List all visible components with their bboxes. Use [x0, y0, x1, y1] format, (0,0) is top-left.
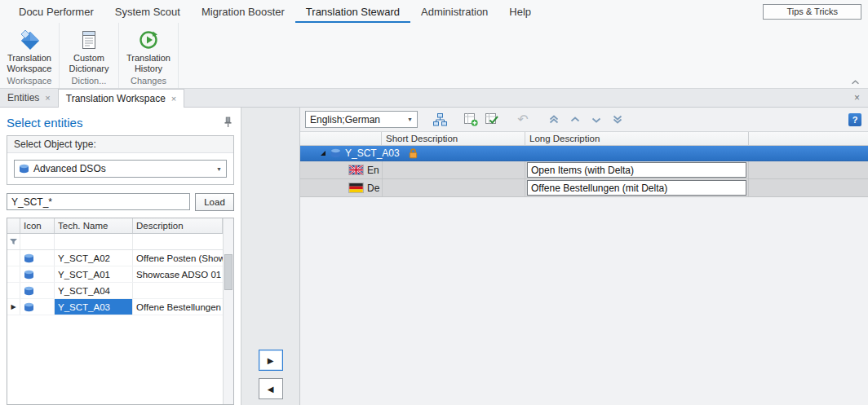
translation-workspace-button[interactable]: Translation Workspace — [0, 23, 59, 74]
close-icon[interactable]: × — [854, 92, 868, 107]
indicator-column-header — [7, 218, 20, 233]
table-row-selected[interactable]: ▶ Y_SCT_A03 Offene Bestellungen (... — [7, 299, 223, 315]
description-column-header[interactable]: Description — [133, 218, 223, 233]
entity-group-row[interactable]: Y_SCT_A03 — [300, 146, 868, 161]
lock-icon — [409, 148, 418, 159]
entity-icon-cell — [20, 250, 55, 266]
menubar: Docu Performer System Scout Migration Bo… — [0, 0, 868, 23]
vertical-scrollbar[interactable] — [223, 218, 233, 404]
row-indicator-cell — [7, 250, 20, 266]
chevron-down-icon: ▼ — [216, 166, 222, 172]
tips-and-tricks-button[interactable]: Tips & Tricks — [763, 4, 861, 20]
main-area: Select entities Select Object type: Adva… — [0, 108, 868, 405]
entity-icon-cell — [20, 299, 55, 315]
icon-column-header[interactable]: Icon — [20, 218, 55, 233]
menu-item-translation-steward[interactable]: Translation Steward — [295, 1, 410, 23]
tech-name-cell[interactable]: Y_SCT_A03 — [55, 299, 133, 315]
menu-item-administration[interactable]: Administration — [410, 1, 498, 23]
language-pair-dropdown[interactable]: English;German ▼ — [305, 111, 418, 128]
ribbon-group-label: Workspace — [0, 74, 59, 88]
menu-item-migration-booster[interactable]: Migration Booster — [191, 1, 295, 23]
move-left-button[interactable]: ◀ — [259, 378, 283, 399]
long-description-header[interactable]: Long Description — [525, 132, 749, 145]
custom-dictionary-icon — [78, 27, 100, 53]
scrollbar-thumb[interactable] — [224, 254, 232, 290]
ribbon-group-label: Diction... — [60, 74, 118, 88]
filter-cell[interactable] — [133, 234, 223, 249]
chevron-down-icon: ▼ — [407, 117, 413, 122]
ribbon-button-label: Workspace — [7, 64, 52, 74]
help-button[interactable]: ? — [848, 113, 861, 126]
filter-cell[interactable] — [20, 234, 55, 249]
row-indicator-cell — [300, 179, 323, 196]
undo-icon[interactable]: ↶ — [514, 111, 532, 129]
translation-row-en[interactable]: En Open Items (with Delta) — [300, 161, 868, 179]
tech-name-column-header[interactable]: Tech. Name — [55, 218, 133, 233]
entity-icon-cell — [20, 266, 55, 282]
language-mapping-icon[interactable] — [431, 111, 449, 129]
move-right-button[interactable]: ▶ — [259, 350, 283, 371]
filter-row[interactable] — [7, 234, 223, 250]
tech-name-cell[interactable]: Y_SCT_A04 — [55, 283, 133, 298]
description-cell[interactable]: Offene Bestellungen (... — [133, 299, 223, 315]
custom-dictionary-button[interactable]: Custom Dictionary — [60, 23, 118, 74]
translation-history-button[interactable]: Translation History — [119, 23, 178, 74]
tech-name-filter-input[interactable] — [7, 193, 190, 210]
next-entity-icon[interactable] — [587, 111, 605, 129]
tab-entities[interactable]: Entities × — [0, 89, 58, 107]
first-entity-icon[interactable] — [545, 111, 563, 129]
ribbon-group-workspace: Translation Workspace Workspace — [0, 23, 60, 88]
description-cell[interactable]: Showcase ADSO 01 (B... — [133, 266, 223, 282]
table-header-row: Icon Tech. Name Description — [7, 218, 223, 234]
entity-table: Icon Tech. Name Description — [7, 218, 234, 405]
add-translation-icon[interactable] — [462, 111, 480, 129]
table-row[interactable]: Y_SCT_A04 — [7, 283, 223, 299]
table-row[interactable]: Y_SCT_A02 Offene Posten (Showa... — [7, 250, 223, 266]
object-type-dropdown[interactable]: Advanced DSOs ▼ — [14, 160, 227, 178]
grid-header-row: Short Description Long Description — [300, 131, 868, 146]
tech-name-cell[interactable]: Y_SCT_A02 — [55, 250, 133, 266]
collapse-ribbon-icon[interactable] — [851, 80, 860, 86]
close-icon[interactable]: × — [45, 93, 50, 103]
tech-name-cell[interactable]: Y_SCT_A01 — [55, 266, 133, 282]
description-cell[interactable]: Offene Posten (Showa... — [133, 250, 223, 266]
translation-workspace-panel: English;German ▼ — [299, 108, 868, 405]
germany-flag-icon — [349, 183, 363, 192]
short-description-cell[interactable] — [382, 161, 525, 178]
language-cell: De — [323, 179, 382, 196]
menu-item-system-scout[interactable]: System Scout — [104, 1, 191, 23]
adso-icon — [24, 270, 34, 280]
short-description-header[interactable]: Short Description — [382, 132, 525, 145]
translation-row-de[interactable]: De Offene Bestellungen (mit Delta) — [300, 179, 868, 197]
table-row[interactable]: Y_SCT_A01 Showcase ADSO 01 (B... — [7, 266, 223, 283]
long-description-cell: Offene Bestellungen (mit Delta) — [525, 179, 749, 196]
language-column-header — [323, 132, 382, 145]
collapse-node-icon[interactable] — [320, 150, 326, 156]
long-description-editor[interactable]: Open Items (with Delta) — [527, 162, 746, 178]
tab-label: Translation Workspace — [66, 93, 166, 104]
current-row-icon: ▶ — [11, 303, 16, 310]
menu-item-help[interactable]: Help — [498, 1, 542, 23]
close-icon[interactable]: × — [171, 94, 176, 103]
confirm-translation-icon[interactable] — [483, 111, 501, 129]
object-type-value: Advanced DSOs — [33, 163, 106, 174]
ribbon-button-label: Custom — [73, 53, 104, 64]
tab-translation-workspace[interactable]: Translation Workspace × — [58, 89, 185, 108]
panel-title: Select entities — [7, 116, 82, 130]
row-indicator-cell — [300, 161, 323, 178]
translation-workspace-icon — [18, 27, 41, 53]
menu-item-docu-performer[interactable]: Docu Performer — [8, 1, 104, 23]
load-button[interactable]: Load — [195, 193, 234, 211]
long-description-editor[interactable]: Offene Bestellungen (mit Delta) — [527, 180, 746, 196]
translation-grid: Short Description Long Description Y_SCT… — [300, 131, 868, 405]
pin-icon[interactable] — [224, 117, 234, 128]
last-entity-icon[interactable] — [609, 111, 627, 129]
object-type-groupbox: Select Object type: Advanced DSOs ▼ — [7, 135, 234, 185]
short-description-cell[interactable] — [382, 179, 525, 196]
entity-icon-cell — [20, 283, 55, 298]
filter-cell[interactable] — [55, 234, 133, 249]
description-cell[interactable] — [133, 283, 223, 298]
ribbon-button-label: History — [135, 64, 162, 74]
indicator-column-header — [300, 132, 323, 145]
previous-entity-icon[interactable] — [566, 111, 584, 129]
